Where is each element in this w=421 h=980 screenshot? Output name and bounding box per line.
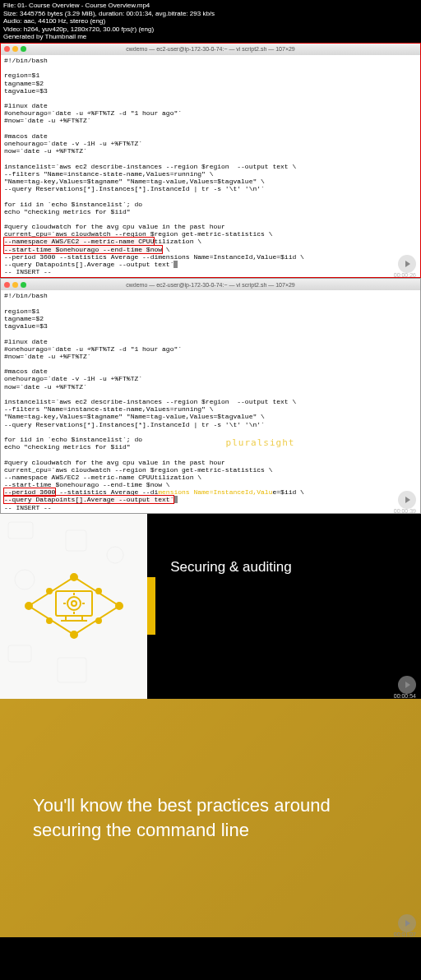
minimize-icon[interactable] [12, 46, 18, 52]
svg-point-19 [67, 597, 81, 610]
cursor-icon [173, 496, 178, 503]
highlighted-line-query: --query Datapoints[].Average --output te… [4, 496, 173, 503]
svg-point-9 [116, 603, 123, 609]
svg-point-8 [71, 574, 77, 580]
svg-rect-0 [8, 522, 33, 539]
timestamp: 00:00:26 [394, 272, 416, 278]
svg-point-12 [96, 589, 101, 594]
svg-rect-3 [8, 645, 31, 662]
svg-point-20 [72, 601, 76, 606]
svg-point-5 [107, 547, 123, 563]
timestamp: 00:00:39 [394, 508, 416, 514]
meta-video: Video: h264, yuv420p, 1280x720, 30.00 fp… [3, 25, 418, 34]
terminal-title: cwdemo — ec2-user@ip-172-30-0-74:~ — vi … [126, 46, 295, 52]
meta-audio: Audio: aac, 44100 Hz, stereo (eng) [3, 17, 418, 25]
zoom-icon[interactable] [21, 282, 26, 288]
timestamp: 00:01:07 [394, 931, 416, 937]
highlighted-line-period: --period 3600 [4, 488, 55, 496]
play-icon[interactable] [398, 491, 416, 509]
close-icon[interactable] [4, 46, 10, 52]
monitor-gear-icon [25, 565, 123, 647]
timestamp: 00:00:54 [394, 693, 416, 699]
slide-heading: Securing & auditing [170, 559, 291, 576]
svg-point-10 [71, 631, 77, 638]
svg-point-14 [96, 618, 101, 623]
thumbnail-frame-4: You'll know the best practices around se… [0, 699, 421, 937]
close-icon[interactable] [4, 282, 10, 288]
terminal-body[interactable]: #!/bin/bash region=$1 tagname=$2 tagvalu… [1, 55, 420, 277]
watermark: pluralsight [226, 437, 295, 448]
minimize-icon[interactable] [12, 282, 18, 288]
terminal-titlebar: cwdemo — ec2-user@ip-172-30-0-74:~ — vi … [1, 279, 420, 290]
meta-size: Size: 3445756 bytes (3.29 MiB), duration… [3, 10, 418, 18]
play-icon[interactable] [398, 676, 416, 694]
thumbnail-frame-3: Securing & auditing 00:00:54 [0, 514, 421, 699]
svg-rect-1 [66, 530, 86, 551]
slide-graphic-panel [0, 514, 147, 699]
slide-heading: You'll know the best practices around se… [33, 793, 388, 842]
terminal-title: cwdemo — ec2-user@ip-172-30-0-74:~ — vi … [126, 282, 295, 288]
terminal-titlebar: cwdemo — ec2-user@ip-172-30-0-74:~ — vi … [1, 44, 420, 55]
video-meta-header: File: 01- Course Overview - Course Overv… [0, 0, 421, 43]
cursor-icon [173, 261, 178, 268]
thumbnail-frame-1: cwdemo — ec2-user@ip-172-30-0-74:~ — vi … [0, 43, 421, 278]
thumbnail-frame-2: cwdemo — ec2-user@ip-172-30-0-74:~ — vi … [0, 278, 421, 513]
zoom-icon[interactable] [21, 46, 26, 52]
svg-point-13 [47, 618, 52, 623]
svg-point-11 [47, 589, 52, 594]
svg-rect-4 [58, 658, 86, 682]
meta-file: File: 01- Course Overview - Course Overv… [3, 2, 418, 10]
svg-point-7 [25, 603, 32, 609]
play-icon[interactable] [398, 914, 416, 932]
terminal-body[interactable]: #!/bin/bash region=$1 tagname=$2 tagvalu… [1, 290, 420, 512]
meta-generated: Generated by Thumbnail me [3, 33, 418, 41]
highlighted-line-starttime: --start-time $onehourago --end-time $now [4, 246, 162, 253]
highlighted-line-namespace: --namespace AWS/EC2 --metric-name CPUU [4, 238, 154, 245]
